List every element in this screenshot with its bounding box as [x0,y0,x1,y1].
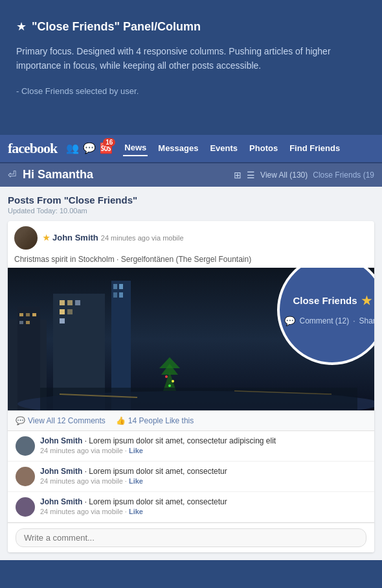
svg-rect-16 [113,284,117,289]
chevron-down-icon [178,123,204,135]
nav-link-messages[interactable]: Messages [157,141,199,156]
facebook-main: Posts From "Close Friends" Updated Today… [0,187,382,560]
comments-section: John Smith · Lorem ipsum dolor sit amet,… [8,430,374,552]
comment-body-2: John Smith · Lorem ipsum dolor sit amet,… [40,467,366,485]
nav-link-events[interactable]: Events [208,141,239,156]
svg-rect-19 [119,292,123,298]
nav-link-find-friends[interactable]: Find Friends [288,141,341,156]
messages-icon[interactable]: 💬 [83,142,96,154]
notification-badge: 16 [103,138,115,147]
svg-rect-13 [67,309,73,314]
comment-meta-1: 24 minutes ago via mobile · Like [40,447,366,454]
post-header: ★ John Smith 24 minutes ago via mobile [8,221,374,255]
commenter-name-1: John Smith [40,436,82,445]
comment-like-1[interactable]: Like [129,447,143,454]
post-section-title: Posts From "Close Friends" [8,194,374,206]
post-meta: ★ John Smith 24 minutes ago via mobile [43,233,368,242]
share-label[interactable]: Share [359,316,375,325]
view-all-label[interactable]: View All (130) [260,171,308,180]
nav-icons-group: 👥 💬 🆘 16 [66,142,113,154]
list-icon[interactable]: ☰ [247,170,255,180]
close-friends-circle-title: Close Friends ★ [293,294,371,308]
svg-point-26 [168,384,171,387]
post-time: 24 minutes ago via mobile [101,234,184,242]
post-image: Close Friends ★ 💬 Comment (12) · Share [8,268,374,410]
comment-body-3: John Smith · Lorem ipsum dolor sit amet,… [40,497,366,515]
post-actions-bar: 💬 View All 12 Comments 👍 14 People Like … [8,410,374,430]
close-friends-circle-actions: 💬 Comment (12) · Share [284,316,374,326]
comment-row: John Smith · Lorem ipsum dolor sit amet,… [8,431,374,462]
svg-rect-14 [60,318,65,323]
comment-row: John Smith · Lorem ipsum dolor sit amet,… [8,462,374,492]
description-panel: ★ "Close Friends" Panel/Column Primary f… [0,0,382,123]
comment-meta-2: 24 minutes ago via mobile · Like [40,477,366,485]
nav-links: News Messages Events Photos Find Friends [123,140,341,156]
post-author-avatar [14,226,38,250]
facebook-navbar: facebook 👥 💬 🆘 16 News Messages Events P… [0,135,382,163]
home-icon: ⏎ [8,169,16,181]
post-card: ★ John Smith 24 minutes ago via mobile C… [8,221,374,552]
commenter-avatar-2 [16,467,35,486]
facebook-mockup: facebook 👥 💬 🆘 16 News Messages Events P… [0,135,382,560]
svg-rect-5 [32,313,36,316]
commenter-name-2: John Smith [40,467,82,476]
write-comment-section [8,523,374,552]
comment-label[interactable]: Comment (12) [299,316,349,325]
close-friends-filter-button[interactable]: Close Friends (19 [313,171,374,180]
comment-body-1: John Smith · Lorem ipsum dolor sit amet,… [40,436,366,454]
svg-rect-27 [40,388,357,410]
post-section-subtitle: Updated Today: 10.00am [8,207,374,215]
nav-link-news[interactable]: News [123,140,148,156]
facebook-subbar: ⏎ Hi Samantha ⊞ ☰ View All (130) Close F… [0,163,382,187]
facebook-logo: facebook [8,140,57,157]
likes-link[interactable]: 👍 14 People Like this [116,416,194,425]
comment-like-2[interactable]: Like [129,477,143,485]
svg-rect-11 [75,300,80,305]
commenter-avatar-3 [16,497,35,517]
svg-rect-3 [19,313,23,316]
svg-rect-12 [60,309,65,314]
panel-title-row: ★ "Close Friends" Panel/Column [16,19,366,34]
author-star-icon: ★ [43,233,50,242]
svg-rect-18 [113,292,117,298]
view-comments-link[interactable]: 💬 View All 12 Comments [16,416,106,425]
comment-like-3[interactable]: Like [129,508,143,515]
post-author-name: ★ John Smith 24 minutes ago via mobile [43,233,368,242]
panel-title: "Close Friends" Panel/Column [32,20,201,34]
svg-rect-6 [19,321,23,324]
comment-meta-3: 24 minutes ago via mobile · Like [40,508,366,515]
star-icon: ★ [16,19,27,34]
svg-rect-10 [67,300,73,305]
close-friends-star-icon: ★ [361,294,372,308]
comment-row: John Smith · Lorem ipsum dolor sit amet,… [8,492,374,523]
panel-sub-note: - Close Friends selected by user. [16,85,366,99]
subbar-controls: ⊞ ☰ View All (130) Close Friends (19 [234,170,374,180]
write-comment-input[interactable] [16,528,366,547]
nav-link-photos[interactable]: Photos [248,141,279,156]
commenter-avatar-1 [16,436,35,456]
svg-point-24 [165,375,168,378]
post-caption: Christmas spirit in Stockholm · Sergelfo… [8,255,374,268]
grid-icon[interactable]: ⊞ [234,170,242,180]
comment-bubble-icon: 💬 [16,416,25,425]
panel-body: Primary focus. Designed with 4 responsiv… [16,44,366,73]
comment-icon: 💬 [284,316,295,326]
subbar-greeting: Hi Samantha [23,168,227,182]
svg-rect-4 [26,313,30,316]
commenter-name-3: John Smith [40,497,82,506]
svg-point-25 [172,380,174,382]
thumbs-up-icon: 👍 [116,416,126,425]
svg-rect-17 [119,284,123,289]
svg-rect-7 [26,321,30,324]
svg-rect-9 [60,300,65,305]
friends-icon[interactable]: 👥 [66,142,79,154]
